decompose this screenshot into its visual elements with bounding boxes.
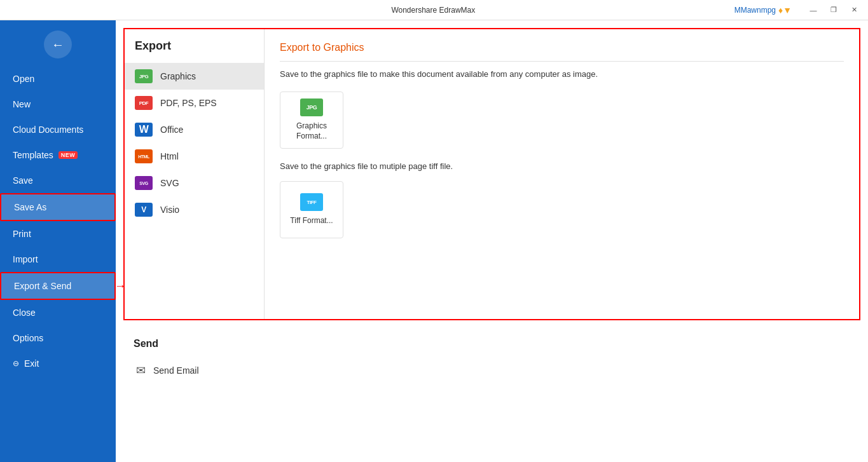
import-label: Import — [13, 254, 38, 264]
format-cards-row2: TIFF Tiff Format... — [280, 181, 844, 238]
visio-icon: V — [135, 203, 153, 217]
templates-label: Templates — [13, 150, 53, 160]
format-cards-row1: JPG Graphics Format... — [280, 92, 844, 149]
svg-label: SVG — [160, 178, 179, 188]
tiff-card-icon: TIFF — [300, 193, 323, 211]
send-section: Send ✉ Send Email — [123, 328, 860, 384]
svg-icon: SVG — [135, 176, 153, 190]
export-nav-title: Export — [125, 39, 264, 63]
sidebar-item-cloud[interactable]: Cloud Documents — [0, 117, 116, 142]
send-email-label: Send Email — [153, 365, 199, 376]
sidebar-item-close[interactable]: Close — [0, 300, 116, 325]
app-title: Wondershare EdrawMax — [132, 6, 734, 15]
send-email-item[interactable]: ✉ Send Email — [134, 357, 850, 384]
new-badge: NEW — [59, 151, 78, 159]
close-label: Close — [13, 308, 36, 318]
tiff-format-card[interactable]: TIFF Tiff Format... — [280, 181, 343, 238]
username: MMawnmpg — [734, 6, 776, 15]
titlebar: Wondershare EdrawMax MMawnmpg ♦▼ — ❐ ✕ — [0, 0, 868, 20]
open-label: Open — [13, 74, 34, 84]
export-panel: Export JPG Graphics PDF PDF, PS, EPS W O… — [123, 28, 860, 320]
export-label: Export & Send — [14, 281, 71, 291]
export-arrow-icon: → — [114, 280, 126, 293]
html-icon: HTML — [135, 149, 153, 163]
sidebar-item-export[interactable]: Export & Send → — [0, 272, 116, 300]
sidebar-item-open[interactable]: Open — [0, 66, 116, 92]
html-label: Html — [160, 151, 179, 161]
main-layout: ← Open New Cloud Documents Templates NEW… — [0, 20, 868, 462]
sidebar-item-save-as[interactable]: Save As — [0, 193, 116, 221]
graphics-card-label: Graphics Format... — [280, 121, 343, 141]
close-button[interactable]: ✕ — [845, 4, 863, 17]
window-controls: — ❐ ✕ — [804, 4, 863, 17]
options-label: Options — [13, 333, 43, 343]
jpg-icon: JPG — [135, 69, 153, 83]
export-desc1: Save to the graphics file to make this d… — [280, 69, 844, 79]
sidebar-item-templates[interactable]: Templates NEW — [0, 142, 116, 168]
send-title: Send — [134, 328, 850, 357]
content-area: Export JPG Graphics PDF PDF, PS, EPS W O… — [116, 20, 868, 462]
crown-icon: ♦▼ — [778, 5, 792, 15]
graphics-label: Graphics — [160, 71, 196, 81]
sidebar: ← Open New Cloud Documents Templates NEW… — [0, 20, 116, 462]
sidebar-item-options[interactable]: Options — [0, 325, 116, 351]
save-label: Save — [13, 175, 33, 186]
sidebar-item-exit[interactable]: ⊖ Exit — [0, 351, 116, 376]
sidebar-item-save[interactable]: Save — [0, 168, 116, 193]
tiff-card-label: Tiff Format... — [290, 216, 333, 226]
user-area: MMawnmpg ♦▼ — [734, 5, 792, 15]
email-icon: ✉ — [136, 363, 146, 377]
pdf-label: PDF, PS, EPS — [160, 98, 217, 108]
graphics-format-card[interactable]: JPG Graphics Format... — [280, 92, 343, 149]
visio-label: Visio — [160, 205, 179, 215]
export-nav-visio[interactable]: V Visio — [125, 196, 264, 223]
back-icon: ← — [52, 37, 64, 52]
export-detail: Export to Graphics Save to the graphics … — [265, 29, 859, 319]
word-icon: W — [135, 123, 153, 137]
graphics-card-icon: JPG — [300, 99, 323, 116]
sidebar-item-new[interactable]: New — [0, 92, 116, 117]
back-button[interactable]: ← — [44, 31, 72, 58]
export-nav: Export JPG Graphics PDF PDF, PS, EPS W O… — [125, 29, 265, 319]
sidebar-item-import[interactable]: Import — [0, 247, 116, 272]
export-desc2: Save to the graphics file to mutiple pag… — [280, 161, 844, 171]
print-label: Print — [13, 229, 31, 239]
save-as-label: Save As — [14, 202, 46, 212]
office-label: Office — [160, 125, 183, 135]
export-detail-title: Export to Graphics — [280, 42, 844, 62]
export-nav-html[interactable]: HTML Html — [125, 143, 264, 170]
cloud-label: Cloud Documents — [13, 125, 83, 135]
sidebar-item-print[interactable]: Print — [0, 221, 116, 247]
export-nav-graphics[interactable]: JPG Graphics — [125, 63, 264, 90]
maximize-button[interactable]: ❐ — [825, 4, 843, 17]
pdf-icon: PDF — [135, 96, 153, 110]
exit-label: Exit — [24, 358, 39, 369]
export-nav-office[interactable]: W Office — [125, 116, 264, 143]
export-nav-pdf[interactable]: PDF PDF, PS, EPS — [125, 90, 264, 116]
new-label: New — [13, 99, 31, 109]
export-nav-svg[interactable]: SVG SVG — [125, 170, 264, 196]
minimize-button[interactable]: — — [804, 4, 822, 17]
